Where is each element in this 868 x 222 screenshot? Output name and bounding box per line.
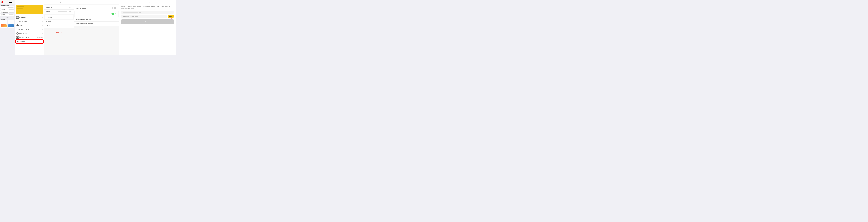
- auth-description: Please click "Send" to receive the verif…: [121, 6, 174, 9]
- touch-id-toggle[interactable]: [112, 7, 116, 9]
- vouchers-chevron: ›: [42, 33, 43, 34]
- touch-id-label: Touch ID Unlock: [76, 7, 86, 9]
- settings-general[interactable]: General ›: [44, 20, 74, 24]
- disable-auth-panel: ‹ Disable Google Auth. Please click "Sen…: [119, 0, 176, 56]
- settings-back-button[interactable]: ‹: [46, 1, 46, 3]
- security-chevron: ›: [71, 16, 71, 18]
- security-panel: ‹ Security Touch ID Unlock Google Authen…: [74, 0, 119, 56]
- google-auth-toggle-on[interactable]: [112, 13, 116, 15]
- phone-value: Add: [69, 7, 71, 8]
- dapp-card[interactable]: DApp: [0, 20, 7, 28]
- settings-header: ‹ Settings: [44, 0, 74, 4]
- change-payment-pw-chevron: ›: [116, 23, 116, 24]
- google-auth-toggle[interactable]: [112, 13, 116, 15]
- payment-card[interactable]: Payment: [8, 20, 14, 28]
- send-button[interactable]: Send: [168, 15, 174, 17]
- balance-label: Balance: [1, 6, 5, 8]
- card-blur-2: [17, 8, 23, 9]
- settings-gear-icon: ⚙: [17, 41, 19, 42]
- coin-row-npxsxem[interactable]: ✕ NPXSXEM: [0, 11, 14, 13]
- kyc-badge: Unverified: [37, 37, 42, 38]
- about-label: About: [46, 25, 50, 27]
- kyc-chevron: ›: [42, 37, 43, 38]
- payment-content: [8, 24, 14, 27]
- total-assets-chevron: ›: [42, 16, 43, 18]
- coin-info-btc: ₿ BTC: [1, 14, 5, 15]
- change-login-pw-label: Change Login Password: [76, 18, 91, 20]
- auth-title: Disable Google Auth.: [140, 1, 155, 3]
- auth-email-row: ...com: [121, 11, 174, 13]
- email-blur: [58, 11, 67, 12]
- menu-item-transactions[interactable]: ☰ Transactions ›: [15, 19, 44, 23]
- menu-header: Account: [15, 0, 44, 4]
- kyc-label: KYC Verification: [19, 37, 29, 38]
- menu-item-kyc[interactable]: ▣ KYC Verification Unverified ›: [15, 35, 44, 39]
- vouchers-icon: ◇: [17, 32, 18, 34]
- settings-security[interactable]: Security ›: [45, 15, 73, 20]
- security-change-payment-pw[interactable]: Change Payment Password ›: [74, 22, 119, 26]
- collect-icon: ⊕: [17, 24, 18, 26]
- settings-about[interactable]: About ›: [44, 24, 74, 28]
- about-chevron: ›: [71, 25, 72, 27]
- menu-item-collect[interactable]: ⊕ Collect ›: [15, 23, 44, 27]
- auth-back-button[interactable]: ‹: [120, 1, 121, 3]
- settings-chevron: ›: [41, 41, 42, 42]
- menu-item-settings-wrapper: ⚙ Settings › ←: [15, 39, 44, 44]
- transactions-chevron: ›: [42, 21, 43, 22]
- email-chevron: ›: [71, 11, 72, 12]
- auth-header: ‹ Disable Google Auth.: [119, 0, 176, 4]
- tab-chat[interactable]: Chat: [13, 1, 15, 2]
- logout-button[interactable]: Log Out: [44, 28, 74, 35]
- coin-info-xem: ⊙ XEM: [1, 9, 5, 10]
- security-touch-id[interactable]: Touch ID Unlock: [74, 5, 119, 11]
- items-row: DApp Payment: [0, 20, 15, 28]
- chevron-down-icon: ▾: [8, 16, 9, 18]
- more-button[interactable]: More ▾: [0, 16, 15, 18]
- payment-label: Payment: [8, 23, 11, 24]
- balance-value: [8, 7, 13, 8]
- my-items-label: My Items: [0, 18, 15, 20]
- security-title: Security: [93, 1, 99, 3]
- tab-scan[interactable]: Scan: [6, 1, 8, 2]
- code-row-wrapper: Send ↑: [121, 15, 174, 17]
- menu-title: Account: [27, 1, 33, 3]
- account-assets-label: Account Assets: [0, 4, 15, 6]
- avatar-box[interactable]: [1, 1, 3, 3]
- security-back-button[interactable]: ‹: [75, 1, 76, 3]
- auth-email-value: ...com: [138, 11, 142, 13]
- internal-transfer-icon: ⇄: [17, 28, 18, 30]
- confirm-button[interactable]: Confirm: [121, 20, 174, 24]
- menu-item-total-assets[interactable]: ▦ Total Assets ›: [15, 15, 44, 19]
- wallet-topbar: ← Scan Wallet Chat Carni... 🔔: [0, 0, 15, 4]
- svg-point-1: [1, 2, 2, 3]
- btc-icon: ₿: [1, 14, 3, 15]
- coin-row-btc[interactable]: ₿ BTC: [0, 14, 14, 16]
- settings-email[interactable]: Email ...com ›: [44, 9, 74, 14]
- settings-phone[interactable]: Phone No. Add ›: [44, 5, 74, 9]
- xem-icon: ⊙: [1, 9, 3, 10]
- menu-item-settings[interactable]: ⚙ Settings ›: [16, 39, 44, 44]
- npxsxem-icon: ✕: [1, 11, 3, 13]
- toggle-knob-on: [114, 13, 116, 15]
- touch-id-toggle-off[interactable]: [112, 7, 116, 9]
- verification-code-input[interactable]: [121, 15, 167, 17]
- card-blur-1: [17, 6, 24, 7]
- confirm-wrapper: Confirm ↑: [121, 20, 174, 24]
- xem-name: XEM: [3, 9, 5, 10]
- tab-wallet[interactable]: Wallet: [9, 1, 12, 3]
- security-change-login-pw[interactable]: Change Login Password ›: [74, 17, 119, 22]
- menu-item-internal-transfer[interactable]: ⇄ Internal Transfer ›: [15, 27, 44, 31]
- change-login-pw-chevron: ›: [116, 18, 116, 20]
- coin-row-xem[interactable]: ⊙ XEM: [0, 8, 14, 11]
- settings-panel: ‹ Settings Phone No. Add › Email ...com …: [44, 0, 74, 56]
- security-google-auth[interactable]: Google Authenticator: [74, 11, 118, 17]
- security-header: ‹ Security: [74, 0, 119, 4]
- menu-item-my-vouchers[interactable]: ◇ My Vouchers ›: [15, 31, 44, 35]
- general-label: General: [46, 21, 51, 22]
- google-auth-label: Google Authenticator: [77, 13, 90, 15]
- more-label: More: [6, 16, 8, 18]
- settings-title: Settings: [56, 1, 62, 3]
- transactions-icon: ☰: [17, 20, 18, 22]
- coin-info-npxsxem: ✕ NPXSXEM: [1, 11, 8, 13]
- general-chevron: ›: [71, 21, 72, 22]
